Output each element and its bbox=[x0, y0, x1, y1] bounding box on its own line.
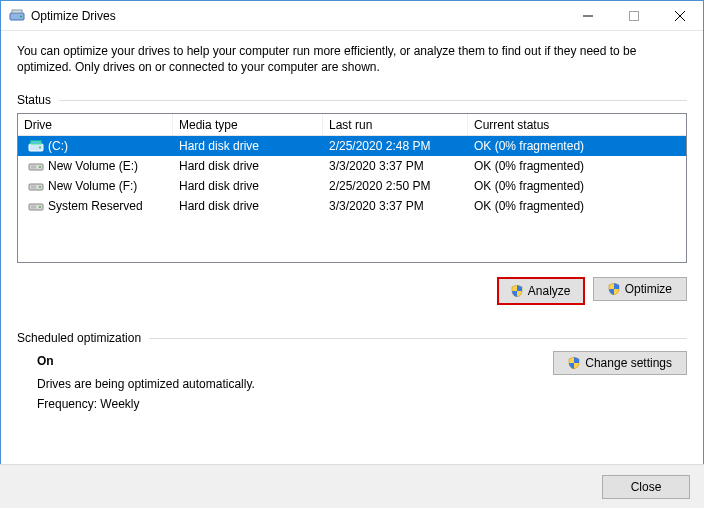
svg-rect-18 bbox=[31, 206, 36, 209]
svg-point-11 bbox=[39, 166, 41, 168]
svg-rect-4 bbox=[630, 11, 639, 20]
svg-rect-15 bbox=[31, 186, 36, 189]
column-header-last[interactable]: Last run bbox=[323, 114, 468, 135]
drive-media: Hard disk drive bbox=[173, 139, 323, 153]
maximize-button[interactable] bbox=[611, 1, 657, 31]
shield-icon bbox=[608, 283, 620, 295]
column-header-media[interactable]: Media type bbox=[173, 114, 323, 135]
svg-rect-12 bbox=[31, 166, 36, 169]
analyze-button-label: Analyze bbox=[528, 284, 571, 298]
drive-icon bbox=[28, 198, 44, 214]
divider bbox=[149, 338, 687, 339]
drive-media: Hard disk drive bbox=[173, 159, 323, 173]
drive-status: OK (0% fragmented) bbox=[468, 179, 686, 193]
listview-header[interactable]: Drive Media type Last run Current status bbox=[18, 114, 686, 136]
scheduled-state: On bbox=[37, 351, 527, 371]
scheduled-section-header: Scheduled optimization bbox=[17, 331, 687, 345]
optimize-button[interactable]: Optimize bbox=[593, 277, 687, 301]
scheduled-text: On Drives are being optimized automatica… bbox=[37, 351, 527, 414]
scheduled-body: On Drives are being optimized automatica… bbox=[17, 351, 687, 414]
table-row[interactable]: New Volume (F:)Hard disk drive2/25/2020 … bbox=[18, 176, 686, 196]
svg-point-9 bbox=[39, 147, 41, 149]
scheduled-freq: Frequency: Weekly bbox=[37, 394, 527, 414]
change-settings-button[interactable]: Change settings bbox=[553, 351, 687, 375]
drive-name: New Volume (F:) bbox=[48, 179, 137, 193]
window-title: Optimize Drives bbox=[31, 9, 116, 23]
minimize-button[interactable] bbox=[565, 1, 611, 31]
column-header-status[interactable]: Current status bbox=[468, 114, 686, 135]
table-row[interactable]: System ReservedHard disk drive3/3/2020 3… bbox=[18, 196, 686, 216]
table-row[interactable]: New Volume (E:)Hard disk drive3/3/2020 3… bbox=[18, 156, 686, 176]
drive-lastrun: 3/3/2020 3:37 PM bbox=[323, 159, 468, 173]
drive-media: Hard disk drive bbox=[173, 199, 323, 213]
close-button[interactable]: Close bbox=[602, 475, 690, 499]
drive-name: (C:) bbox=[48, 139, 68, 153]
svg-point-17 bbox=[39, 206, 41, 208]
drive-icon bbox=[28, 178, 44, 194]
svg-point-2 bbox=[20, 15, 22, 17]
table-row[interactable]: (C:)Hard disk drive2/25/2020 2:48 PMOK (… bbox=[18, 136, 686, 156]
svg-rect-1 bbox=[12, 10, 22, 13]
drive-status: OK (0% fragmented) bbox=[468, 139, 686, 153]
drive-lastrun: 2/25/2020 2:48 PM bbox=[323, 139, 468, 153]
shield-icon bbox=[568, 357, 580, 369]
drive-name: System Reserved bbox=[48, 199, 143, 213]
svg-rect-8 bbox=[31, 141, 41, 144]
scheduled-desc: Drives are being optimized automatically… bbox=[37, 374, 527, 394]
drive-lastrun: 2/25/2020 2:50 PM bbox=[323, 179, 468, 193]
column-header-drive[interactable]: Drive bbox=[18, 114, 173, 135]
content-area: You can optimize your drives to help you… bbox=[1, 31, 703, 427]
footer: Close bbox=[0, 464, 704, 508]
intro-text: You can optimize your drives to help you… bbox=[17, 43, 687, 75]
app-icon bbox=[9, 8, 25, 24]
shield-icon bbox=[511, 285, 523, 297]
drive-lastrun: 3/3/2020 3:37 PM bbox=[323, 199, 468, 213]
optimize-button-label: Optimize bbox=[625, 282, 672, 296]
scheduled-label: Scheduled optimization bbox=[17, 331, 149, 345]
change-settings-label: Change settings bbox=[585, 356, 672, 370]
divider bbox=[59, 100, 687, 101]
close-window-button[interactable] bbox=[657, 1, 703, 31]
drive-icon bbox=[28, 138, 44, 154]
drive-name: New Volume (E:) bbox=[48, 159, 138, 173]
drive-media: Hard disk drive bbox=[173, 179, 323, 193]
drive-status: OK (0% fragmented) bbox=[468, 199, 686, 213]
drives-listview[interactable]: Drive Media type Last run Current status… bbox=[17, 113, 687, 263]
close-button-label: Close bbox=[631, 480, 662, 494]
status-section-header: Status bbox=[17, 93, 687, 107]
titlebar: Optimize Drives bbox=[1, 1, 703, 31]
action-buttons-row: Analyze Optimize bbox=[17, 277, 687, 305]
drive-status: OK (0% fragmented) bbox=[468, 159, 686, 173]
status-label: Status bbox=[17, 93, 59, 107]
drive-icon bbox=[28, 158, 44, 174]
analyze-button[interactable]: Analyze bbox=[497, 277, 585, 305]
svg-point-14 bbox=[39, 186, 41, 188]
